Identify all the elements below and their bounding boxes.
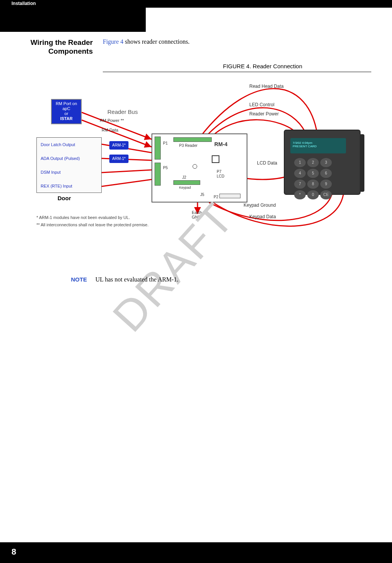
door-title: Door xyxy=(58,195,71,201)
rm-port-box: RM Port on apC or ISTAR xyxy=(51,99,82,124)
door-box: Door Latch Output ADA Output (Pulsed) DS… xyxy=(36,137,102,193)
lcd-data-label: LCD Data xyxy=(257,160,277,166)
page-number: 8 xyxy=(12,547,16,557)
rm-port-l3: or xyxy=(52,111,81,116)
door-item-latch: Door Latch Output xyxy=(37,138,101,151)
svg-line-4 xyxy=(102,170,152,173)
arm-chip-1: ARM-1* xyxy=(109,141,128,150)
p7-label: P7 xyxy=(217,170,221,174)
key-3: 3 xyxy=(320,158,332,167)
key-5: 5 xyxy=(307,169,319,178)
intro-text-col: Figure 4 shows reader connections. xyxy=(103,38,392,56)
p5-label: P5 xyxy=(163,166,168,170)
led-control-label: LED Control xyxy=(249,102,274,107)
figure-caption-rule: FIGURE 4. Reader Connection xyxy=(103,63,371,72)
j2-connector xyxy=(173,180,200,185)
earth-gnd-label: Earth GND xyxy=(192,210,202,219)
reader-bus-label: Reader Bus xyxy=(107,109,138,115)
footnote-2: ** All interconnections shall not leave … xyxy=(36,221,148,229)
door-item-dsm: DSM Input xyxy=(37,165,101,179)
key-4: 4 xyxy=(294,169,306,178)
key-star: * xyxy=(294,190,306,199)
keypad-ground-label: Keypad Ground xyxy=(244,202,276,208)
keypad-screen-l2: PRESENT CARD xyxy=(293,145,344,148)
keypad-screen-l1: 7/3/02 4:04pm xyxy=(293,141,344,145)
rm4-title: RM-4 xyxy=(214,141,227,147)
key-ce: CE xyxy=(320,190,332,199)
arm-chip-2: ARM-1* xyxy=(109,155,128,163)
keypad-screen: 7/3/02 4:04pm PRESENT CARD xyxy=(290,138,346,153)
rm-port-l4: ISTAR xyxy=(52,116,81,121)
j2-label: J2 xyxy=(182,175,186,179)
keypad-conn-label: Keypad xyxy=(179,186,191,189)
rm-port-l2: apC xyxy=(52,106,81,111)
key-1: 1 xyxy=(294,158,306,167)
rm-port-l1: RM Port on xyxy=(52,101,81,106)
page-content: Wiring the Reader Components Figure 4 sh… xyxy=(0,38,392,249)
key-0: 0 xyxy=(307,190,319,199)
chip-icon xyxy=(212,155,219,163)
keypad-data-label: Keypad Data xyxy=(249,214,276,219)
p1-label: P1 xyxy=(163,141,168,145)
reader-power-label: Reader Power xyxy=(249,111,279,117)
key-7: 7 xyxy=(294,179,306,189)
keypad-key-grid: 1 2 3 4 5 6 7 8 9 * 0 CE xyxy=(294,158,332,199)
key-6: 6 xyxy=(320,169,332,178)
lcd-port-label: LCD xyxy=(217,174,224,178)
p3-connector xyxy=(173,137,212,142)
keypad-card-slot xyxy=(360,134,364,192)
mounting-hole-icon xyxy=(193,164,197,169)
figure-caption: FIGURE 4. Reader Connection xyxy=(223,63,302,69)
key-2: 2 xyxy=(307,158,319,167)
p2-label: P2 xyxy=(214,195,218,199)
p1-connector xyxy=(155,137,161,160)
rm-data-label: RM Data xyxy=(102,128,118,132)
section-heading-col: Wiring the Reader Components xyxy=(0,38,103,56)
key-8: 8 xyxy=(307,179,319,189)
keypad-device: 7/3/02 4:04pm PRESENT CARD 1 2 3 4 5 6 7… xyxy=(284,130,361,195)
key-9: 9 xyxy=(320,179,332,189)
section-title-line2: Components xyxy=(0,47,93,56)
header-strip: Installation xyxy=(0,0,392,8)
header-black-block xyxy=(0,8,146,32)
door-item-rex: REX (RTE) Input xyxy=(37,179,101,193)
footnote-1: * ARM-1 modules have not been evaluated … xyxy=(36,214,148,222)
j5-label: J5 xyxy=(200,193,204,197)
note-text: UL has not evaluated the ARM-1. xyxy=(96,276,178,283)
figure-link[interactable]: Figure 4 xyxy=(103,38,124,45)
note-row: NOTE UL has not evaluated the ARM-1. xyxy=(71,276,178,283)
note-label: NOTE xyxy=(71,276,87,283)
chapter-title: Installation xyxy=(12,1,36,6)
diagram-footnotes: * ARM-1 modules have not been evaluated … xyxy=(36,214,148,229)
intro-text: shows reader connections. xyxy=(124,38,189,45)
reader-connection-diagram: RM Port on apC or ISTAR Reader Bus RM Po… xyxy=(36,84,370,249)
rm-power-label: RM Power ** xyxy=(100,118,124,123)
door-item-ada: ADA Output (Pulsed) xyxy=(37,151,101,165)
p2-connector xyxy=(219,194,240,198)
rm4-board: RM-4 P1 P3 Reader P5 J2 Keypad J5 P2 P7 … xyxy=(152,133,247,202)
section-title-line1: Wiring the Reader xyxy=(0,38,93,47)
figure-caption-row: FIGURE 4. Reader Connection xyxy=(0,63,392,72)
svg-line-0 xyxy=(82,112,152,139)
intro-row: Wiring the Reader Components Figure 4 sh… xyxy=(0,38,392,56)
footer-bar: 8 xyxy=(0,542,392,563)
p3-label: P3 Reader xyxy=(179,143,198,148)
svg-line-5 xyxy=(102,179,152,186)
read-head-data-label: Read Head Data xyxy=(249,84,283,89)
p5-connector xyxy=(155,163,161,186)
